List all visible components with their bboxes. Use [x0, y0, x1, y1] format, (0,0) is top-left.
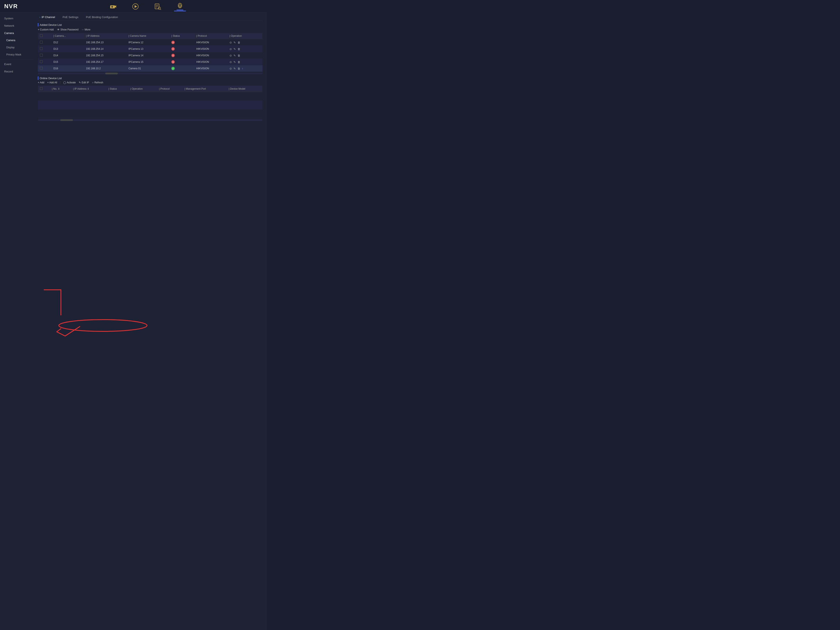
protocol-cell: HIKVISION: [194, 59, 227, 65]
online-select-all[interactable]: [40, 87, 43, 90]
col-camera: | Camera...: [51, 33, 84, 39]
edit-ip-icon: ✎: [79, 81, 81, 84]
settings-nav-icon: [177, 3, 183, 9]
col-online-operation: | Operation: [128, 86, 157, 92]
channel-cell: D14: [51, 52, 84, 59]
row-checkbox[interactable]: [40, 41, 43, 43]
added-device-table: | Camera... | IP Address | Camera Name |…: [38, 33, 262, 72]
svg-point-3: [112, 6, 112, 7]
more-button[interactable]: ··· More: [82, 28, 90, 31]
col-no: | No. ⇕: [50, 86, 71, 92]
refresh-button[interactable]: ○ Refresh: [92, 81, 103, 84]
edit-action-icon[interactable]: ✎: [234, 54, 236, 57]
refresh-icon: ○: [92, 81, 93, 84]
added-device-section: Added Device List: [38, 23, 262, 27]
status-icon-red: ✕: [171, 41, 175, 44]
col-mgmt-port: | Management Port: [183, 86, 227, 92]
table-row: D13 192.168.254.14 IPCamera 13 ✕ HIKVISI…: [38, 46, 262, 52]
delete-action-icon[interactable]: 🗑: [237, 60, 240, 64]
show-password-button[interactable]: 👁 Show Password: [57, 28, 79, 31]
nav-search[interactable]: [152, 2, 164, 10]
add-button[interactable]: + Add: [38, 81, 44, 84]
select-all-checkbox[interactable]: [40, 34, 43, 37]
play-action-icon[interactable]: ⊙: [229, 67, 232, 70]
empty-row-1: [38, 92, 262, 101]
play-action-icon[interactable]: ⊙: [229, 47, 232, 51]
protocol-cell: HIKVISION: [194, 39, 227, 46]
status-icon-green: ✓: [171, 67, 175, 70]
sidebar: System Network Camera Camera Display Pri…: [0, 13, 33, 630]
sidebar-subitem-display[interactable]: Display: [0, 44, 33, 51]
sidebar-item-event[interactable]: Event: [0, 60, 33, 68]
activate-icon: ◯: [63, 81, 66, 84]
extra-action-icon[interactable]: ↑: [242, 67, 243, 70]
ip-cell: 192.168.254.15: [84, 52, 126, 59]
status-cell-d16: ✓: [169, 65, 194, 72]
sidebar-subitem-camera[interactable]: Camera: [0, 37, 33, 44]
col-online-ip: | IP Address ⇕: [71, 86, 106, 92]
operation-cell: ⊙ ✎ 🗑: [227, 39, 262, 46]
search-nav-icon: [154, 3, 161, 10]
operation-cell: ⊙ ✎ 🗑: [227, 52, 262, 59]
nav-camera[interactable]: [107, 2, 119, 10]
sidebar-item-network[interactable]: Network: [0, 22, 33, 29]
table-row-d16: D16 192.168.10.2 Camera 01 ✓ HIKVISION ⊙…: [38, 65, 262, 72]
play-action-icon[interactable]: ⊙: [229, 41, 232, 44]
tab-poe-settings[interactable]: PoE Settings: [61, 15, 80, 19]
ip-cell: 192.168.254.13: [84, 39, 126, 46]
delete-action-icon[interactable]: 🗑: [237, 54, 240, 57]
row-checkbox[interactable]: [40, 47, 43, 50]
row-checkbox[interactable]: [40, 60, 43, 63]
delete-action-icon[interactable]: 🗑: [237, 67, 240, 70]
row-checkbox[interactable]: [40, 54, 43, 57]
ip-cell-d16: 192.168.10.2: [84, 65, 126, 72]
online-device-toolbar: + Add + Add All ◯ Activate ✎ Edit IP ○ R…: [38, 81, 262, 84]
col-checkbox: [38, 33, 51, 39]
tab-poe-binding[interactable]: PoE Binding Configuration: [84, 15, 120, 19]
channel-cell-d16: D16: [51, 65, 84, 72]
sidebar-subitem-privacy-mask[interactable]: Privacy Mask: [0, 51, 33, 58]
edit-action-icon[interactable]: ✎: [234, 60, 236, 64]
add-all-button[interactable]: + Add All: [47, 81, 57, 84]
sidebar-item-record[interactable]: Record: [0, 68, 33, 75]
nav-playback[interactable]: [129, 2, 141, 10]
sidebar-item-camera[interactable]: Camera: [0, 29, 33, 37]
app-logo: NVR: [4, 3, 18, 9]
channel-cell: D12: [51, 39, 84, 46]
ip-cell: 192.168.254.14: [84, 46, 126, 52]
sidebar-item-system[interactable]: System: [0, 15, 33, 22]
name-cell-d16: Camera 01: [126, 65, 169, 72]
scrollbar-thumb[interactable]: [105, 73, 118, 74]
delete-action-icon[interactable]: 🗑: [237, 41, 240, 44]
tab-ip-channel[interactable]: › IP Channel: [38, 15, 57, 19]
row-checkbox[interactable]: [40, 67, 43, 69]
operation-cell: ⊙ ✎ 🗑: [227, 59, 262, 65]
nav-settings[interactable]: [174, 2, 186, 11]
activate-button[interactable]: ◯ Activate: [63, 81, 76, 84]
custom-add-button[interactable]: + Custom Add: [38, 28, 54, 31]
protocol-cell: HIKVISION: [194, 46, 227, 52]
bottom-scrollbar-thumb[interactable]: [60, 119, 73, 121]
name-cell: IPCamera 14: [126, 52, 169, 59]
name-cell: IPCamera 15: [126, 59, 169, 65]
status-icon-red: ✕: [171, 60, 175, 64]
col-protocol: | Protocol: [194, 33, 227, 39]
edit-action-icon[interactable]: ✎: [234, 41, 236, 44]
arrow-icon: ›: [39, 16, 40, 19]
bottom-scrollbar[interactable]: [38, 119, 262, 121]
delete-action-icon[interactable]: 🗑: [237, 47, 240, 51]
online-section-blue-bar: [38, 76, 38, 80]
table-scrollbar[interactable]: [38, 73, 262, 74]
col-operation: | Operation: [227, 33, 262, 39]
edit-action-icon[interactable]: ✎: [234, 67, 236, 70]
camera-nav-icon: [110, 3, 117, 10]
status-cell: ✕: [169, 46, 194, 52]
status-icon-red: ✕: [171, 47, 175, 51]
edit-ip-button[interactable]: ✎ Edit IP: [79, 81, 89, 84]
play-action-icon[interactable]: ⊙: [229, 54, 232, 57]
edit-action-icon[interactable]: ✎: [234, 47, 236, 51]
online-device-table: | No. ⇕ | IP Address ⇕ | Status | Operat…: [38, 86, 262, 118]
sub-tabs: › IP Channel PoE Settings PoE Binding Co…: [38, 15, 262, 21]
play-action-icon[interactable]: ⊙: [229, 60, 232, 64]
channel-cell: D13: [51, 46, 84, 52]
